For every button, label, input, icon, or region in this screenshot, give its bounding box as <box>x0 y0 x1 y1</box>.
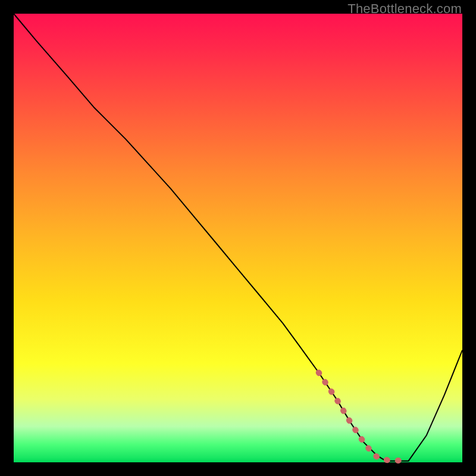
chart-svg <box>14 14 462 462</box>
chart-area <box>14 14 462 462</box>
watermark-text: TheBottleneck.com <box>347 1 462 17</box>
bottleneck-curve <box>14 14 462 461</box>
optimal-range-marker <box>319 372 409 461</box>
